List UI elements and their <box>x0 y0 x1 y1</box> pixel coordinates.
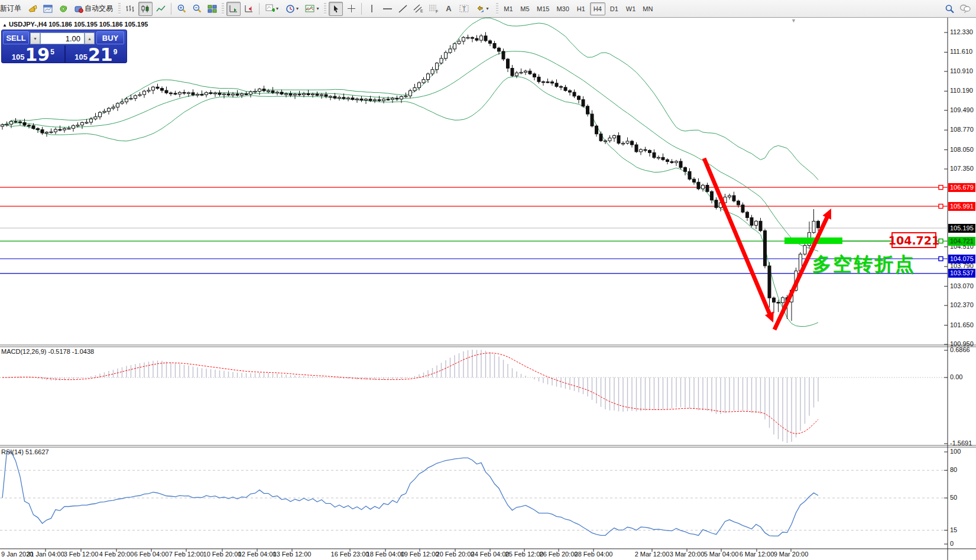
price-level-label: 104.721 <box>948 237 975 246</box>
sell-price[interactable]: 105 19 5 <box>2 45 64 63</box>
timeframe-m15[interactable]: M15 <box>534 2 552 15</box>
new-order-label: 新订单 <box>0 4 21 14</box>
dropdown-arrow-icon: ▾ <box>316 6 319 11</box>
text-label-tool-icon[interactable]: T <box>457 2 471 16</box>
volume-input[interactable] <box>40 32 85 44</box>
buy-button[interactable]: BUY <box>96 31 124 44</box>
price-level-label: 103.537 <box>948 269 975 278</box>
rsi-axis-label: 100 <box>950 448 961 455</box>
autotrading-label: 自动交易 <box>85 4 113 14</box>
arrow-objects-button[interactable]: ▾ <box>472 2 492 16</box>
turning-point-note[interactable]: 多空转折点 <box>812 252 916 278</box>
auto-scroll-icon[interactable] <box>226 2 241 16</box>
timeframe-w1[interactable]: W1 <box>623 2 639 15</box>
template-button[interactable]: ▾ <box>303 2 322 16</box>
price-tick-label: 112.330 <box>950 28 973 35</box>
timeframe-m5[interactable]: M5 <box>517 2 533 15</box>
dropdown-arrow-icon: ▾ <box>276 6 278 11</box>
time-axis-label: 10 Feb 20:00 <box>203 551 242 558</box>
equidistant-channel-tool-icon[interactable]: E <box>411 2 425 16</box>
chat-icon[interactable] <box>958 2 972 16</box>
price-annotation-box[interactable]: 104.721 <box>891 232 936 248</box>
fibonacci-tool-icon[interactable]: F <box>426 2 440 16</box>
time-axis-label: 5 Mar 04:00 <box>704 551 739 558</box>
cursor-tool-icon[interactable] <box>329 2 343 16</box>
candlestick-mode-icon[interactable] <box>138 2 153 16</box>
line-chart-mode-icon[interactable] <box>154 2 168 16</box>
macd-axis-label: -1.5691 <box>950 439 972 447</box>
buy-price[interactable]: 105 21 9 <box>64 45 127 63</box>
trendline-tool-icon[interactable] <box>395 2 410 16</box>
horizontal-line-tool-icon[interactable] <box>380 2 394 16</box>
timeframe-m30[interactable]: M30 <box>553 2 572 15</box>
timeframe-d1[interactable]: D1 <box>607 2 622 15</box>
price-level-label: 106.679 <box>948 183 975 192</box>
time-axis-label: 31 Jan 04:00 <box>27 551 64 558</box>
price-level-label: 105.195 <box>948 224 975 233</box>
toolbar-grip <box>496 3 498 15</box>
rsi-axis-label: 50 <box>950 494 957 501</box>
chart-title-text: USDJPY-,H4 105.186 105.195 105.186 105.1… <box>9 21 148 28</box>
time-axis-label: 18 Feb 04:00 <box>367 551 405 558</box>
scroll-position-icon: ▼ <box>791 18 796 24</box>
price-tick-label: 108.050 <box>950 146 974 153</box>
volume-decrease-button[interactable]: ▾ <box>30 32 40 44</box>
macd-axis-label: 0.6866 <box>950 346 970 353</box>
crosshair-tool-icon[interactable] <box>344 2 358 16</box>
time-axis-label: 24 Feb 04:00 <box>471 551 510 558</box>
one-click-trading-panel: SELL ▾ ▴ BUY 105 19 5 105 21 9 <box>1 30 127 63</box>
price-tick-label: 103.790 <box>950 262 974 269</box>
chart-window-icon[interactable] <box>41 2 55 16</box>
chart-title: ▲USDJPY-,H4 105.186 105.195 105.186 105.… <box>2 21 148 28</box>
terminal-window: 新订单 自动交易 ▾ ▾ ▾ <box>0 0 976 560</box>
price-tick-label: 109.490 <box>950 106 974 113</box>
new-order-button[interactable]: 新订单 <box>0 2 24 16</box>
text-tool-icon[interactable]: A <box>442 2 456 16</box>
time-axis-label: 7 Feb 12:00 <box>169 551 204 558</box>
signal-icon[interactable] <box>56 2 70 16</box>
period-button[interactable]: ▾ <box>283 2 301 16</box>
time-axis-label: 19 Feb 12:00 <box>401 551 439 558</box>
buy-price-pips: 21 <box>88 47 113 63</box>
chart-shift-icon[interactable] <box>242 2 256 16</box>
autotrading-icon <box>74 5 83 13</box>
time-axis-label: 4 Feb 20:00 <box>99 551 134 558</box>
chart-canvas[interactable] <box>0 0 976 560</box>
dropdown-arrow-icon: ▾ <box>486 6 488 11</box>
add-indicator-button[interactable]: ▾ <box>262 2 281 16</box>
timeframe-group: M1M5M15M30H1H4D1W1MN <box>494 0 656 17</box>
toolbar-grip <box>222 3 224 15</box>
search-icon[interactable] <box>942 2 956 16</box>
vertical-line-tool-icon[interactable] <box>365 2 379 16</box>
main-toolbar: 新订单 自动交易 ▾ ▾ ▾ <box>0 0 976 18</box>
time-axis-label: 20 Feb 20:00 <box>436 551 475 558</box>
sell-button[interactable]: SELL <box>3 31 29 44</box>
price-tick-label: 110.190 <box>950 87 973 94</box>
price-tick-label: 108.770 <box>950 126 974 133</box>
price-level-label: 104.075 <box>948 255 975 263</box>
toolbar-grip <box>324 3 326 15</box>
toolbar-grip <box>118 3 121 15</box>
svg-text:F: F <box>436 9 438 14</box>
price-tick-label: 101.650 <box>950 321 974 328</box>
macd-axis-label: 0.00 <box>950 373 962 380</box>
horn-icon[interactable] <box>25 2 40 16</box>
volume-increase-button[interactable]: ▴ <box>85 32 95 44</box>
svg-text:T: T <box>462 6 466 12</box>
price-tick-label: 111.610 <box>950 48 972 55</box>
tile-windows-icon[interactable] <box>205 2 219 16</box>
autotrading-button[interactable]: 自动交易 <box>72 2 116 16</box>
timeframe-mn[interactable]: MN <box>640 2 656 15</box>
timeframe-h4[interactable]: H4 <box>590 2 605 15</box>
svg-text:E: E <box>420 9 423 13</box>
time-axis-label: 3 Mar 20:00 <box>670 551 705 558</box>
price-tick-label: 110.910 <box>950 67 973 74</box>
price-tick-label: 102.370 <box>950 301 974 308</box>
zoom-out-icon[interactable] <box>190 2 204 16</box>
time-axis-label: 6 Feb 04:00 <box>134 551 169 558</box>
timeframe-m1[interactable]: M1 <box>501 2 516 15</box>
zoom-in-icon[interactable] <box>174 2 189 16</box>
rsi-axis-label: 80 <box>950 466 957 473</box>
bar-chart-mode-icon[interactable] <box>123 2 137 16</box>
timeframe-h1[interactable]: H1 <box>573 2 589 15</box>
